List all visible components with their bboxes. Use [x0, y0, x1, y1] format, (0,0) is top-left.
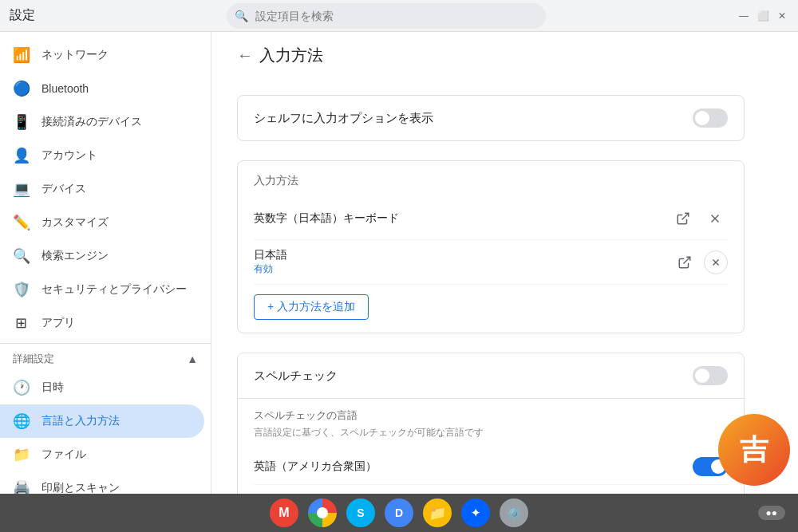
- tablet-icon: 📱: [13, 113, 29, 131]
- taskbar-settings[interactable]: ⚙️: [500, 499, 528, 527]
- taskbar-skype[interactable]: S: [346, 499, 375, 527]
- search-bar-container: 🔍: [227, 3, 546, 29]
- watermark: 吉: [718, 414, 798, 494]
- sidebar: 📶 ネットワーク 🔵 Bluetooth 📱 接続済みのデバイス 👤 アカウント…: [0, 32, 211, 494]
- sidebar-item-network[interactable]: 📶 ネットワーク: [0, 38, 204, 72]
- print-icon: 🖨️: [13, 479, 29, 494]
- sidebar-item-security[interactable]: 🛡️ セキュリティとプライバシー: [0, 273, 204, 306]
- taskbar-pill-1: ●●: [758, 506, 786, 520]
- taskbar-gmail[interactable]: M: [270, 499, 298, 527]
- sidebar-item-language[interactable]: 🌐 言語と入力方法: [0, 404, 204, 438]
- add-input-method-button[interactable]: + 入力方法を追加: [254, 294, 369, 320]
- input-method-actions-2: [672, 250, 728, 275]
- chrome-center: [317, 507, 328, 518]
- input-method-actions-1: [670, 206, 728, 231]
- wifi-icon: 📶: [13, 46, 29, 64]
- grid-icon: ⊞: [13, 314, 29, 332]
- sidebar-item-bluetooth[interactable]: 🔵 Bluetooth: [0, 72, 204, 105]
- close-button[interactable]: ✕: [776, 10, 788, 22]
- method-label-1: 英数字（日本語）キーボード: [254, 211, 399, 226]
- title-bar: 設定 🔍 — ⬜ ✕: [0, 0, 798, 32]
- expand-icon: ▲: [187, 353, 198, 365]
- spellcheck-toggle[interactable]: [693, 366, 728, 385]
- spellcheck-title: スペルチェック: [254, 368, 338, 384]
- sidebar-item-files[interactable]: 📁 ファイル: [0, 438, 204, 471]
- input-method-body: 入力方法 英数字（日本語）キーボード: [238, 161, 744, 333]
- folder-icon: 📁: [13, 446, 29, 463]
- spellcheck-body: スペルチェックの言語 言語設定に基づく、スペルチェックが可能な言語です 英語（ア…: [238, 399, 744, 494]
- taskbar-chrome[interactable]: [308, 499, 337, 527]
- sidebar-divider: [0, 343, 211, 344]
- bluetooth-icon: 🔵: [13, 80, 29, 97]
- method-label-2: 日本語: [254, 248, 287, 262]
- spellcheck-header: スペルチェック: [238, 353, 744, 398]
- sidebar-item-label: セキュリティとプライバシー: [41, 282, 187, 297]
- taskbar-docs[interactable]: D: [385, 499, 413, 527]
- spellcheck-sub-desc: 言語設定に基づく、スペルチェックが可能な言語です: [254, 426, 728, 439]
- input-methods-title: 入力方法: [254, 174, 728, 188]
- input-method-row-2: 日本語 有効: [254, 240, 728, 285]
- input-method-row-1: 英数字（日本語）キーボード: [254, 198, 728, 240]
- shelf-label: シェルフに入力オプションを表示: [254, 111, 433, 126]
- watermark-circle: 吉: [718, 414, 790, 486]
- main-layout: 📶 ネットワーク 🔵 Bluetooth 📱 接続済みのデバイス 👤 アカウント…: [0, 32, 798, 494]
- remove-method-button-2[interactable]: [704, 250, 728, 274]
- shelf-section: シェルフに入力オプションを表示: [237, 95, 745, 141]
- sidebar-item-datetime[interactable]: 🕐 日時: [0, 371, 204, 404]
- sidebar-item-apps[interactable]: ⊞ アプリ: [0, 306, 204, 340]
- globe-icon: 🌐: [13, 412, 29, 430]
- sidebar-item-label: 言語と入力方法: [41, 414, 120, 428]
- sidebar-item-label: アカウント: [41, 148, 97, 163]
- external-link-button-1[interactable]: [670, 206, 696, 231]
- input-methods-section: 入力方法 英数字（日本語）キーボード: [237, 160, 745, 333]
- taskbar-dropbox[interactable]: ✦: [461, 499, 490, 527]
- sidebar-item-label: アプリ: [41, 316, 75, 330]
- skype-icon: S: [357, 506, 364, 519]
- spellcheck-sub-title: スペルチェックの言語: [254, 408, 728, 423]
- dropbox-icon: ✦: [471, 506, 480, 519]
- external-link-button-2[interactable]: [672, 250, 697, 275]
- sidebar-item-account[interactable]: 👤 アカウント: [0, 139, 204, 172]
- sidebar-item-label: Bluetooth: [41, 82, 89, 95]
- taskbar-files[interactable]: 📁: [423, 499, 452, 527]
- window-controls: — ⬜ ✕: [737, 10, 788, 22]
- search-icon: 🔍: [235, 10, 248, 22]
- maximize-button[interactable]: ⬜: [757, 10, 769, 22]
- input-method-name-1: 英数字（日本語）キーボード: [254, 211, 399, 226]
- shelf-header: シェルフに入力オプションを表示: [238, 96, 744, 140]
- shield-icon: 🛡️: [13, 281, 29, 298]
- method-sub-2: 有効: [254, 262, 287, 276]
- sidebar-item-label: 接続済みのデバイス: [41, 115, 142, 129]
- files-icon: 📁: [429, 504, 446, 522]
- lang-row: 英語（アメリカ合衆国）: [254, 449, 728, 484]
- taskbar: M S D 📁 ✦ ⚙️ ●●: [0, 494, 798, 532]
- shelf-toggle-slider: [693, 108, 728, 128]
- person-icon: 👤: [13, 147, 29, 164]
- app-title: 設定: [10, 7, 35, 24]
- search-input[interactable]: [227, 3, 546, 29]
- sidebar-item-device[interactable]: 💻 デバイス: [0, 172, 204, 206]
- spellcheck-toggle-slider: [693, 366, 728, 385]
- clock-icon: 🕐: [13, 379, 29, 396]
- content-inner: ← 入力方法 シェルフに入力オプションを表示: [211, 32, 770, 494]
- back-button[interactable]: ←: [237, 46, 253, 65]
- remove-method-button-1[interactable]: [702, 206, 728, 231]
- sidebar-item-connected-devices[interactable]: 📱 接続済みのデバイス: [0, 105, 204, 139]
- sidebar-item-label: 検索エンジン: [41, 249, 109, 263]
- settings-window: 設定 🔍 — ⬜ ✕ 📶 ネットワーク 🔵 Bluetooth 📱 接続済: [0, 0, 798, 532]
- sidebar-item-label: ネットワーク: [41, 48, 109, 62]
- sidebar-item-search[interactable]: 🔍 検索エンジン: [0, 239, 204, 273]
- sidebar-item-customize[interactable]: ✏️ カスタマイズ: [0, 206, 204, 239]
- input-method-name-2: 日本語 有効: [254, 248, 287, 276]
- sidebar-item-print[interactable]: 🖨️ 印刷とスキャン: [0, 471, 204, 494]
- sidebar-item-label: カスタマイズ: [41, 215, 109, 230]
- content-area: ← 入力方法 シェルフに入力オプションを表示: [211, 32, 798, 494]
- docs-icon: D: [395, 506, 403, 519]
- shelf-toggle[interactable]: [693, 108, 728, 128]
- svg-line-3: [684, 257, 690, 263]
- detail-section-label: 詳細設定: [13, 352, 187, 366]
- taskbar-tray: ●●: [758, 506, 786, 520]
- minimize-button[interactable]: —: [737, 10, 750, 22]
- svg-line-0: [682, 213, 689, 219]
- chrome-spellcheck-row: Chrome ブラウザの拡張スペルチェック（テキストを Google に送信して…: [254, 484, 728, 494]
